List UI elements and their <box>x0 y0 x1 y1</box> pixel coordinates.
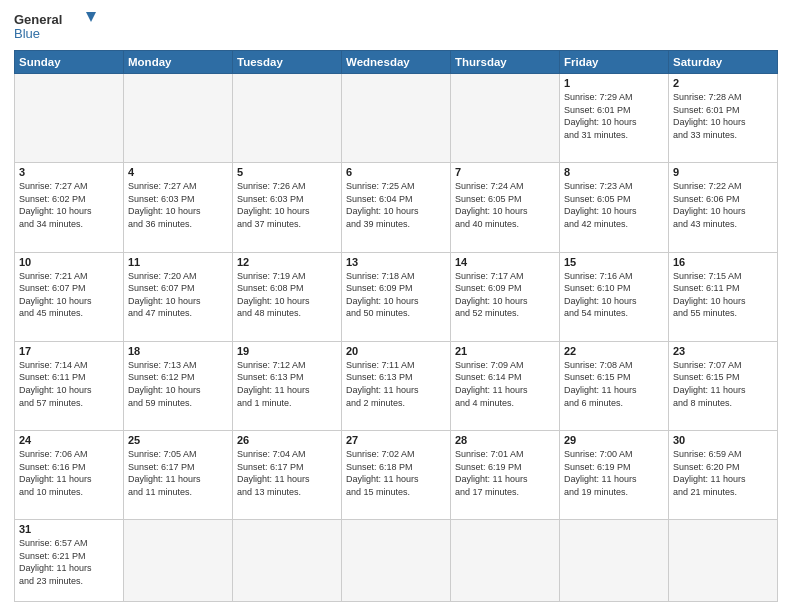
calendar-cell: 2Sunrise: 7:28 AM Sunset: 6:01 PM Daylig… <box>669 74 778 163</box>
calendar-cell <box>669 520 778 602</box>
calendar-cell: 19Sunrise: 7:12 AM Sunset: 6:13 PM Dayli… <box>233 341 342 430</box>
calendar-cell: 25Sunrise: 7:05 AM Sunset: 6:17 PM Dayli… <box>124 431 233 520</box>
day-number: 3 <box>19 166 119 178</box>
day-number: 29 <box>564 434 664 446</box>
weekday-header-thursday: Thursday <box>451 51 560 74</box>
calendar-cell <box>15 74 124 163</box>
day-info: Sunrise: 7:17 AM Sunset: 6:09 PM Dayligh… <box>455 270 555 320</box>
day-info: Sunrise: 6:59 AM Sunset: 6:20 PM Dayligh… <box>673 448 773 498</box>
day-info: Sunrise: 7:06 AM Sunset: 6:16 PM Dayligh… <box>19 448 119 498</box>
day-info: Sunrise: 7:15 AM Sunset: 6:11 PM Dayligh… <box>673 270 773 320</box>
day-info: Sunrise: 7:08 AM Sunset: 6:15 PM Dayligh… <box>564 359 664 409</box>
day-number: 12 <box>237 256 337 268</box>
calendar-cell: 12Sunrise: 7:19 AM Sunset: 6:08 PM Dayli… <box>233 252 342 341</box>
day-number: 10 <box>19 256 119 268</box>
calendar-cell: 5Sunrise: 7:26 AM Sunset: 6:03 PM Daylig… <box>233 163 342 252</box>
calendar-cell: 18Sunrise: 7:13 AM Sunset: 6:12 PM Dayli… <box>124 341 233 430</box>
calendar-cell <box>124 74 233 163</box>
day-info: Sunrise: 7:14 AM Sunset: 6:11 PM Dayligh… <box>19 359 119 409</box>
calendar-cell: 22Sunrise: 7:08 AM Sunset: 6:15 PM Dayli… <box>560 341 669 430</box>
generalblue-logo-icon: General Blue <box>14 10 104 44</box>
calendar-cell: 14Sunrise: 7:17 AM Sunset: 6:09 PM Dayli… <box>451 252 560 341</box>
calendar-cell <box>342 520 451 602</box>
calendar-cell <box>451 74 560 163</box>
weekday-header-saturday: Saturday <box>669 51 778 74</box>
day-number: 11 <box>128 256 228 268</box>
day-number: 24 <box>19 434 119 446</box>
calendar-cell: 20Sunrise: 7:11 AM Sunset: 6:13 PM Dayli… <box>342 341 451 430</box>
day-info: Sunrise: 7:09 AM Sunset: 6:14 PM Dayligh… <box>455 359 555 409</box>
day-info: Sunrise: 7:24 AM Sunset: 6:05 PM Dayligh… <box>455 180 555 230</box>
day-info: Sunrise: 7:26 AM Sunset: 6:03 PM Dayligh… <box>237 180 337 230</box>
calendar-cell: 28Sunrise: 7:01 AM Sunset: 6:19 PM Dayli… <box>451 431 560 520</box>
calendar-cell <box>342 74 451 163</box>
day-number: 7 <box>455 166 555 178</box>
weekday-header-sunday: Sunday <box>15 51 124 74</box>
svg-marker-2 <box>86 12 96 22</box>
calendar-cell: 13Sunrise: 7:18 AM Sunset: 6:09 PM Dayli… <box>342 252 451 341</box>
day-number: 27 <box>346 434 446 446</box>
weekday-header-wednesday: Wednesday <box>342 51 451 74</box>
weekday-header-friday: Friday <box>560 51 669 74</box>
calendar-cell: 7Sunrise: 7:24 AM Sunset: 6:05 PM Daylig… <box>451 163 560 252</box>
calendar-cell: 16Sunrise: 7:15 AM Sunset: 6:11 PM Dayli… <box>669 252 778 341</box>
calendar-cell: 10Sunrise: 7:21 AM Sunset: 6:07 PM Dayli… <box>15 252 124 341</box>
day-number: 30 <box>673 434 773 446</box>
day-info: Sunrise: 7:27 AM Sunset: 6:03 PM Dayligh… <box>128 180 228 230</box>
calendar-cell: 24Sunrise: 7:06 AM Sunset: 6:16 PM Dayli… <box>15 431 124 520</box>
calendar-cell: 23Sunrise: 7:07 AM Sunset: 6:15 PM Dayli… <box>669 341 778 430</box>
day-number: 18 <box>128 345 228 357</box>
calendar-cell: 29Sunrise: 7:00 AM Sunset: 6:19 PM Dayli… <box>560 431 669 520</box>
day-info: Sunrise: 7:04 AM Sunset: 6:17 PM Dayligh… <box>237 448 337 498</box>
day-info: Sunrise: 7:18 AM Sunset: 6:09 PM Dayligh… <box>346 270 446 320</box>
calendar-cell: 30Sunrise: 6:59 AM Sunset: 6:20 PM Dayli… <box>669 431 778 520</box>
calendar-cell <box>124 520 233 602</box>
day-info: Sunrise: 7:11 AM Sunset: 6:13 PM Dayligh… <box>346 359 446 409</box>
page: General Blue SundayMondayTuesdayWednesda… <box>0 0 792 612</box>
day-number: 5 <box>237 166 337 178</box>
calendar-cell: 26Sunrise: 7:04 AM Sunset: 6:17 PM Dayli… <box>233 431 342 520</box>
day-info: Sunrise: 6:57 AM Sunset: 6:21 PM Dayligh… <box>19 537 119 587</box>
day-number: 28 <box>455 434 555 446</box>
calendar-cell: 17Sunrise: 7:14 AM Sunset: 6:11 PM Dayli… <box>15 341 124 430</box>
day-number: 6 <box>346 166 446 178</box>
calendar-cell <box>451 520 560 602</box>
calendar-cell: 27Sunrise: 7:02 AM Sunset: 6:18 PM Dayli… <box>342 431 451 520</box>
day-info: Sunrise: 7:01 AM Sunset: 6:19 PM Dayligh… <box>455 448 555 498</box>
day-info: Sunrise: 7:20 AM Sunset: 6:07 PM Dayligh… <box>128 270 228 320</box>
day-info: Sunrise: 7:27 AM Sunset: 6:02 PM Dayligh… <box>19 180 119 230</box>
day-number: 26 <box>237 434 337 446</box>
logo: General Blue <box>14 10 104 44</box>
weekday-header-tuesday: Tuesday <box>233 51 342 74</box>
day-number: 16 <box>673 256 773 268</box>
day-info: Sunrise: 7:00 AM Sunset: 6:19 PM Dayligh… <box>564 448 664 498</box>
weekday-header-monday: Monday <box>124 51 233 74</box>
calendar-cell: 9Sunrise: 7:22 AM Sunset: 6:06 PM Daylig… <box>669 163 778 252</box>
day-info: Sunrise: 7:16 AM Sunset: 6:10 PM Dayligh… <box>564 270 664 320</box>
calendar-cell <box>560 520 669 602</box>
calendar-cell: 21Sunrise: 7:09 AM Sunset: 6:14 PM Dayli… <box>451 341 560 430</box>
calendar-cell: 1Sunrise: 7:29 AM Sunset: 6:01 PM Daylig… <box>560 74 669 163</box>
day-info: Sunrise: 7:21 AM Sunset: 6:07 PM Dayligh… <box>19 270 119 320</box>
day-number: 21 <box>455 345 555 357</box>
calendar-cell: 3Sunrise: 7:27 AM Sunset: 6:02 PM Daylig… <box>15 163 124 252</box>
day-number: 20 <box>346 345 446 357</box>
day-info: Sunrise: 7:13 AM Sunset: 6:12 PM Dayligh… <box>128 359 228 409</box>
day-info: Sunrise: 7:23 AM Sunset: 6:05 PM Dayligh… <box>564 180 664 230</box>
day-number: 25 <box>128 434 228 446</box>
calendar-cell: 11Sunrise: 7:20 AM Sunset: 6:07 PM Dayli… <box>124 252 233 341</box>
calendar-cell: 15Sunrise: 7:16 AM Sunset: 6:10 PM Dayli… <box>560 252 669 341</box>
day-info: Sunrise: 7:19 AM Sunset: 6:08 PM Dayligh… <box>237 270 337 320</box>
day-number: 13 <box>346 256 446 268</box>
day-number: 19 <box>237 345 337 357</box>
calendar-cell: 31Sunrise: 6:57 AM Sunset: 6:21 PM Dayli… <box>15 520 124 602</box>
calendar-cell <box>233 520 342 602</box>
day-number: 15 <box>564 256 664 268</box>
day-number: 2 <box>673 77 773 89</box>
svg-text:Blue: Blue <box>14 26 40 41</box>
day-number: 8 <box>564 166 664 178</box>
day-number: 4 <box>128 166 228 178</box>
day-info: Sunrise: 7:29 AM Sunset: 6:01 PM Dayligh… <box>564 91 664 141</box>
calendar-cell <box>233 74 342 163</box>
day-info: Sunrise: 7:05 AM Sunset: 6:17 PM Dayligh… <box>128 448 228 498</box>
